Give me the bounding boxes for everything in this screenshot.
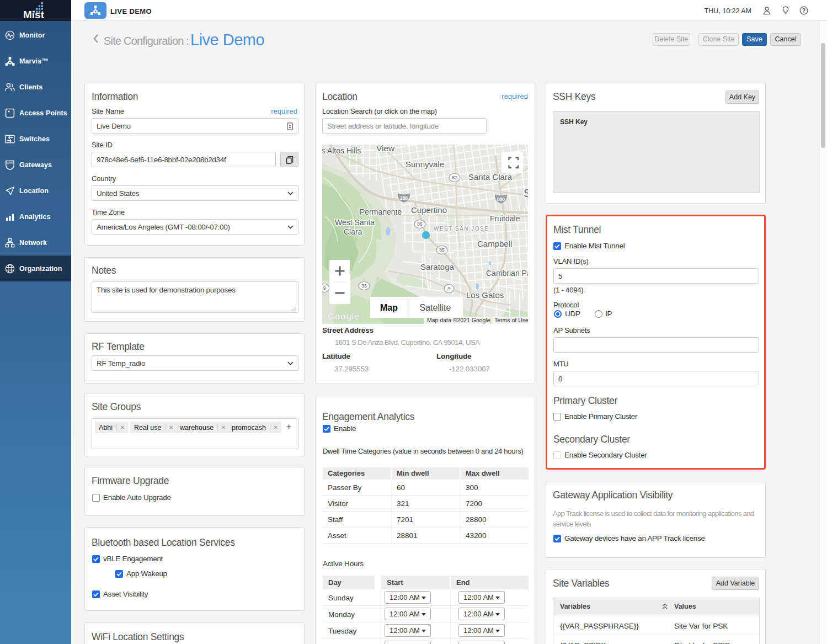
svg-text:Santa Clara: Santa Clara — [468, 172, 513, 182]
svg-text:Sunnyvale: Sunnyvale — [406, 159, 444, 169]
svg-text:Cambrian Park: Cambrian Park — [486, 269, 528, 278]
svg-text:Saratoga: Saratoga — [420, 262, 455, 272]
svg-text:Fruitdale: Fruitdale — [490, 214, 520, 223]
svg-text:Terms of Use: Terms of Use — [494, 317, 528, 323]
svg-text:Satellite: Satellite — [420, 303, 451, 312]
svg-text:85: 85 — [417, 221, 423, 227]
svg-text:Mist: Mist — [23, 9, 45, 20]
svg-text:View: View — [376, 145, 395, 153]
svg-text:Cupertino: Cupertino — [411, 205, 447, 215]
svg-text:Map data ©2021 Google: Map data ©2021 Google — [427, 317, 490, 323]
svg-text:Los Gatos: Los Gatos — [466, 290, 504, 300]
svg-text:9: 9 — [448, 286, 451, 291]
svg-text:35: 35 — [361, 283, 367, 289]
svg-text:?: ? — [802, 7, 805, 14]
svg-text:880: 880 — [497, 196, 505, 202]
svg-text:Permanente: Permanente — [360, 207, 402, 216]
svg-text:Campbell: Campbell — [477, 239, 512, 248]
svg-text:280: 280 — [400, 195, 408, 201]
svg-text:West Santa: West Santa — [335, 218, 375, 227]
svg-text:S: S — [524, 187, 528, 199]
svg-text:Map: Map — [380, 303, 398, 312]
svg-text:os Altos Hills: os Altos Hills — [322, 146, 361, 155]
svg-text:WEST SAN JOSE: WEST SAN JOSE — [434, 226, 489, 232]
svg-text:Google: Google — [328, 312, 360, 321]
svg-text:Clara: Clara — [344, 227, 362, 236]
svg-text:85: 85 — [439, 247, 445, 253]
svg-text:82: 82 — [452, 175, 457, 180]
svg-text:9: 9 — [323, 285, 326, 291]
